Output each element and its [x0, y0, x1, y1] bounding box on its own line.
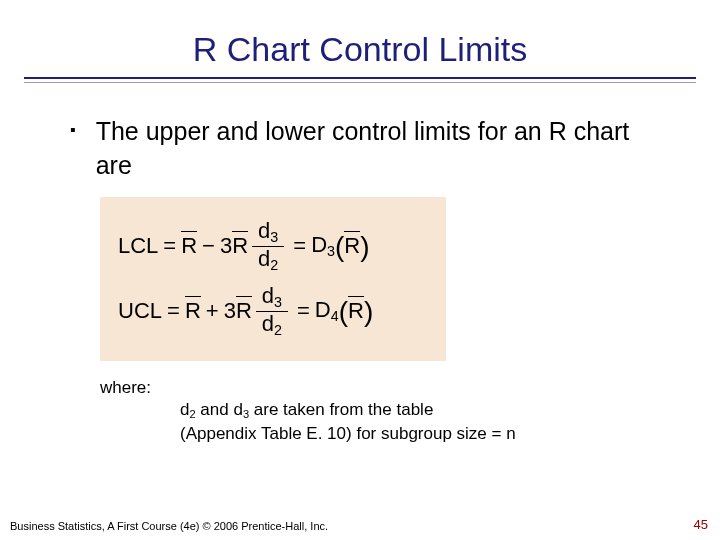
bullet-text: The upper and lower control limits for a…: [96, 115, 650, 183]
where-block: where: d2 and d3 are taken from the tabl…: [100, 377, 720, 446]
eq: =: [163, 233, 176, 259]
page-title: R Chart Control Limits: [0, 30, 720, 69]
where-line-2: (Appendix Table E. 10) for subgroup size…: [180, 423, 720, 446]
minus: −: [202, 233, 215, 259]
footer-text: Business Statistics, A First Course (4e)…: [10, 520, 710, 532]
lcl-label: LCL: [118, 233, 158, 259]
d2: d: [258, 246, 270, 271]
title-rule: [24, 77, 696, 83]
D3: D3: [311, 232, 335, 259]
lcl-formula: LCL = R − 3 R d3 d2 = D3 ( R ): [118, 219, 428, 274]
where-line-1: d2 and d3 are taken from the table: [180, 399, 720, 422]
ucl-formula: UCL = R + 3 R d3 d2 = D4 ( R ): [118, 284, 428, 339]
rbar: R: [348, 298, 364, 324]
bullet-item: ▪ The upper and lower control limits for…: [70, 115, 650, 183]
d3: d: [262, 283, 274, 308]
rbar: R: [344, 233, 360, 259]
rbar: R: [185, 298, 201, 324]
d3-sub: 3: [274, 294, 282, 310]
three: 3: [220, 233, 232, 259]
bullet-marker: ▪: [70, 121, 76, 139]
eq: =: [297, 298, 310, 324]
formula-box: LCL = R − 3 R d3 d2 = D3 ( R ) UCL = R +…: [100, 197, 446, 361]
rbar: R: [232, 233, 248, 259]
d3-over-d2: d3 d2: [256, 284, 288, 339]
three: 3: [224, 298, 236, 324]
d3: d: [258, 218, 270, 243]
lparen: (: [339, 296, 348, 328]
rbar: R: [181, 233, 197, 259]
eq: =: [167, 298, 180, 324]
d2-sub: 2: [270, 257, 278, 273]
ucl-label: UCL: [118, 298, 162, 324]
d2: d: [262, 311, 274, 336]
d3-sub: 3: [270, 229, 278, 245]
d3-over-d2: d3 d2: [252, 219, 284, 274]
rparen: ): [364, 296, 373, 328]
where-label: where:: [100, 377, 720, 400]
lparen: (: [335, 231, 344, 263]
rbar: R: [236, 298, 252, 324]
d2-sub: 2: [274, 322, 282, 338]
rparen: ): [360, 231, 369, 263]
D4: D4: [315, 297, 339, 324]
page-number: 45: [694, 517, 708, 532]
plus: +: [206, 298, 219, 324]
eq: =: [293, 233, 306, 259]
